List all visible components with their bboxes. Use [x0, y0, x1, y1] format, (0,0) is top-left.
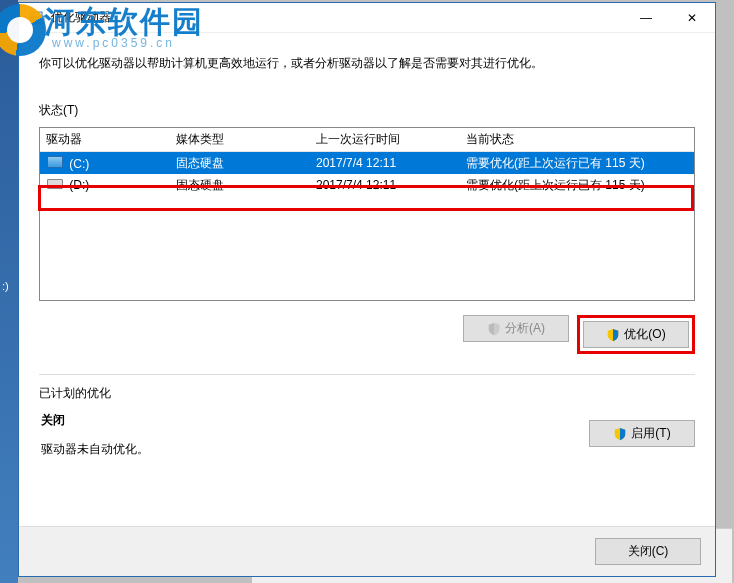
desktop-left-strip: :) — [0, 0, 18, 583]
table-row[interactable]: (C:) 固态硬盘 2017/7/4 12:11 需要优化(距上次运行已有 11… — [40, 152, 694, 174]
shield-icon — [613, 427, 627, 441]
close-dialog-button[interactable]: 关闭(C) — [595, 538, 701, 565]
optimize-label: 优化(O) — [624, 326, 665, 343]
last-run: 2017/7/4 12:11 — [310, 156, 460, 170]
enable-button[interactable]: 启用(T) — [589, 420, 695, 447]
current-state: 需要优化(距上次运行已有 115 天) — [460, 177, 694, 194]
titlebar[interactable]: 优化驱动器 — ✕ — [19, 3, 715, 33]
col-lastrun[interactable]: 上一次运行时间 — [310, 131, 460, 148]
table-row[interactable]: (D:) 固态硬盘 2017/7/4 12:11 需要优化(距上次运行已有 11… — [40, 174, 694, 196]
schedule-status-title: 关闭 — [41, 412, 589, 429]
schedule-block: 关闭 驱动器未自动优化。 启用(T) — [39, 410, 695, 458]
col-drive[interactable]: 驱动器 — [40, 131, 170, 148]
app-icon — [29, 10, 45, 26]
drive-name: (C:) — [69, 157, 89, 171]
svg-rect-1 — [32, 12, 42, 17]
analyze-button[interactable]: 分析(A) — [463, 315, 569, 342]
leftstrip-text: :) — [2, 280, 9, 292]
minimize-button[interactable]: — — [623, 3, 669, 33]
shield-icon — [487, 322, 501, 336]
enable-label: 启用(T) — [631, 425, 670, 442]
optimize-button[interactable]: 优化(O) — [583, 321, 689, 348]
close-label: 关闭(C) — [628, 543, 669, 560]
analyze-label: 分析(A) — [505, 320, 545, 337]
media-type: 固态硬盘 — [170, 155, 310, 172]
schedule-status-sub: 驱动器未自动优化。 — [41, 441, 589, 458]
action-buttons: 分析(A) 优化(O) — [39, 315, 695, 354]
divider — [39, 374, 695, 375]
shield-icon — [606, 328, 620, 342]
status-label: 状态(T) — [39, 102, 695, 119]
media-type: 固态硬盘 — [170, 177, 310, 194]
close-button[interactable]: ✕ — [669, 3, 715, 33]
footer: 关闭(C) — [19, 526, 715, 576]
current-state: 需要优化(距上次运行已有 115 天) — [460, 155, 694, 172]
drive-name: (D:) — [69, 178, 89, 192]
highlight-optimize: 优化(O) — [577, 315, 695, 354]
content-area: 你可以优化驱动器以帮助计算机更高效地运行，或者分析驱动器以了解是否需要对其进行优… — [19, 33, 715, 470]
drive-icon — [46, 179, 64, 189]
schedule-section-label: 已计划的优化 — [39, 385, 695, 402]
optimize-drives-window: 优化驱动器 — ✕ 你可以优化驱动器以帮助计算机更高效地运行，或者分析驱动器以了… — [18, 2, 716, 577]
drive-icon — [46, 156, 64, 168]
window-title: 优化驱动器 — [51, 9, 623, 26]
table-header: 驱动器 媒体类型 上一次运行时间 当前状态 — [40, 128, 694, 152]
col-media[interactable]: 媒体类型 — [170, 131, 310, 148]
schedule-buttons: 启用(T) — [589, 420, 695, 447]
description-text: 你可以优化驱动器以帮助计算机更高效地运行，或者分析驱动器以了解是否需要对其进行优… — [39, 55, 695, 72]
col-state[interactable]: 当前状态 — [460, 131, 694, 148]
last-run: 2017/7/4 12:11 — [310, 178, 460, 192]
drives-table[interactable]: 驱动器 媒体类型 上一次运行时间 当前状态 (C:) 固态硬盘 2017/7/4… — [39, 127, 695, 301]
